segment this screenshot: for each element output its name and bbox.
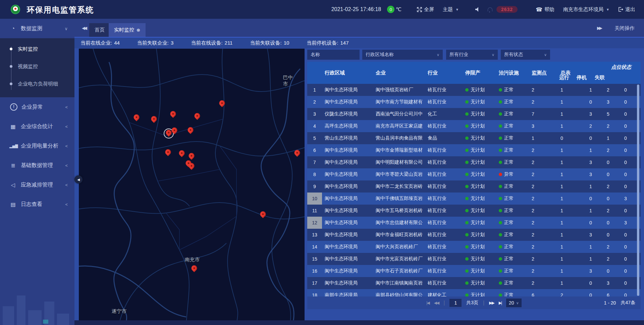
facility-label: 正常 [504,183,514,189]
cell-run: 0 [587,292,604,296]
speaker-icon [475,7,479,12]
table-row[interactable]: 14阆中生态环境局阆中大兴页岩机砖厂砖瓦行业无计划正常21120 [307,241,641,253]
tab-home[interactable]: 首页 [89,23,110,37]
cell-meter: 1 [558,256,587,262]
sidebar-group-0[interactable]: ◔数据监测∨ [0,19,74,38]
cell-meter: 1 [558,232,587,237]
tab-realtime-monitor[interactable]: 实时监控 ⊗ [109,23,146,37]
row-index: 4 [307,120,322,132]
close-icon[interactable]: ⊗ [137,28,140,33]
row-index: 14 [307,241,322,253]
status-dot-icon [499,269,502,273]
table-row[interactable]: 16阆中生态环境局阆中市石子页岩机砖厂砖瓦行业无计划正常21300 [307,265,641,277]
name-search-input[interactable]: 名称 [307,50,360,60]
cell-run: 0 [587,280,604,286]
user-org-dropdown[interactable]: 南充市生态环境局 ▼ [563,6,609,13]
temperature-value: 0 [387,6,394,13]
alert-icon: ! [10,103,17,111]
table-row[interactable]: 2阆中生态环境局阆中市南方节能建材有砖瓦行业无计划正常21030 [307,96,641,108]
sidebar-group-label: 企业综合统计 [21,123,53,130]
table-row[interactable]: 17阆中生态环境局阆中市江南镇阆南页岩砖瓦行业无计划正常21030 [307,277,641,289]
sound-toggle-button[interactable] [475,7,479,12]
limit-label: 无计划 [471,208,485,214]
theme-dropdown[interactable]: 主题 ▼ [443,6,459,13]
cell-facility-status: 正常 [496,208,529,214]
sidebar-group-5[interactable]: ◁应急减排管理< [0,175,74,195]
fullscreen-icon [417,7,422,12]
cell-region: 阆中生态环境局 [322,244,373,250]
limit-label: 无计划 [471,135,485,141]
sidebar-item-0-0[interactable]: 实时监控 [0,40,74,58]
page-size-select[interactable]: 20 ∨ [506,299,522,307]
chevron-left-icon: < [65,144,68,149]
chevron-left-icon: < [65,163,68,168]
table-row[interactable]: 10阆中生态环境局阆中千佛镇五郎垭页岩砖瓦行业无计划正常21003 [307,193,641,205]
table-row[interactable]: 8阆中生态环境局阆中市枣碧大梁山页岩砖瓦行业无计划异常21300 [307,168,641,180]
table-row[interactable]: 4高坪生态环境局南充市高坪区王家店建砖瓦行业无计划正常31220 [307,120,641,132]
sidebar-item-0-2[interactable]: 企业电力负荷明细 [0,75,74,93]
table-row[interactable]: 13阆中生态环境局阆中市金福旺页岩机砖砖瓦行业无计划正常21300 [307,229,641,241]
cell-company: 南充市高坪区王家店建 [373,123,425,129]
next-page-button[interactable]: ▶▶ [489,301,494,305]
sidebar-item-0-1[interactable]: 视频监控 [0,58,74,75]
tabs-scroll-left-button[interactable]: ◀◀ [82,25,86,31]
close-operations-button[interactable]: 关闭操作 [614,25,635,32]
pagination-bar: |◀ ◀◀ | 1 共3页 | ▶▶ ▶| 20 ∨ 1 - 20 共47条 [307,296,641,309]
row-index: 8 [307,168,322,180]
notifications[interactable]: 2632 [488,6,518,13]
sidebar-group-label: 企业用电量分析 [21,143,58,150]
status-dot-icon [465,197,469,200]
last-page-button[interactable]: ▶| [499,301,501,305]
table-row[interactable]: 7阆中生态环境局阆中明阳建材有限公司砖瓦行业无计划正常21300 [307,156,641,168]
cell-region: 高坪生态环境局 [322,123,373,129]
notification-badge[interactable]: 2632 [496,6,518,13]
user-org-label: 南充市生态环境局 [563,6,603,13]
cell-industry: 食品 [425,135,463,141]
table-body: 1阆中生态环境局阆中强锐页岩砖厂砖瓦行业无计划正常211202阆中生态环境局阆中… [307,84,641,296]
table-row[interactable]: 6阆中生态环境局阆中市金博瑞新型墙材砖瓦行业无计划正常21120 [307,144,641,156]
sidebar-group-6[interactable]: ▤日志查看< [0,195,74,214]
industry-select[interactable]: 所有行业 ∨ [446,50,498,60]
tabs-scroll-right-button[interactable]: ▶▶ [597,25,601,31]
prev-page-button[interactable]: ◀◀ [434,301,439,305]
sidebar-group-4[interactable]: ≣基础数据管理< [0,156,74,175]
col-index [307,62,322,84]
cell-points: 2 [529,172,558,177]
row-index: 5 [307,132,322,144]
cell-stop: 0 [604,220,622,225]
table-scrollbar[interactable] [637,85,639,296]
cell-facility-status: 正常 [496,135,529,141]
cell-industry: 砖瓦行业 [425,256,463,262]
table-row[interactable]: 5营山生态环境局营山县润丰肉食品有限食品无计划正常10010 [307,132,641,144]
status-select[interactable]: 所有状态 ∨ [501,50,550,60]
cell-points: 3 [529,123,558,129]
cell-points: 7 [529,111,558,117]
cell-meter: 1 [558,160,587,165]
table-row[interactable]: 15阆中生态环境局阆中市光富页岩机砖厂砖瓦行业无计划正常21120 [307,253,641,265]
sidebar-collapse-handle[interactable]: ◀ [74,175,83,183]
table-row[interactable]: 11阆中生态环境局阆中市五马桥页岩机砖砖瓦行业无计划正常21120 [307,205,641,217]
cell-company: 阆中明阳建材有限公司 [373,159,425,165]
cell-meter: 1 [558,244,587,250]
row-index: 9 [307,180,322,193]
fullscreen-button[interactable]: 全屏 [417,6,434,13]
sidebar-group-3[interactable]: ▂▅▇企业用电量分析< [0,136,74,156]
first-page-button[interactable]: |◀ [426,301,429,305]
sidebar-group-2[interactable]: ▦企业综合统计< [0,117,74,136]
logout-button[interactable]: 退出 [618,6,635,13]
table-row[interactable]: 1阆中生态环境局阆中强锐页岩砖厂砖瓦行业无计划正常21120 [307,84,641,96]
status-select-value: 所有状态 [504,52,523,58]
help-button[interactable]: ☎ 帮助 [536,6,554,13]
table-row[interactable]: 9阆中生态环境局阆中市二龙长宝页岩砖砖瓦行业无计划正常21120 [307,180,641,193]
sidebar-group-1[interactable]: !企业异常< [0,97,74,117]
table-row[interactable]: 3仪陇生态环境局西南油气田分公司川中化工无计划正常71350 [307,108,641,120]
page-number-input[interactable]: 1 [449,299,462,307]
col-group-point-status: 点位状态 [611,64,631,70]
cell-points: 2 [529,244,558,250]
limit-label: 无计划 [471,196,485,202]
col-lost: 失联 [595,74,605,81]
map-panel[interactable]: 巴中市南充市遂宁市 [79,49,305,320]
region-select[interactable]: 行政区域名称 ∨ [362,50,443,60]
table-row[interactable]: 18南部生态环境局南部县砂华山河有限公建材化工无计划正常62060 [307,289,641,296]
table-row[interactable]: 12阆中生态环境局阆中市忠信建材有限公砖瓦行业无计划正常21003 [307,217,641,229]
